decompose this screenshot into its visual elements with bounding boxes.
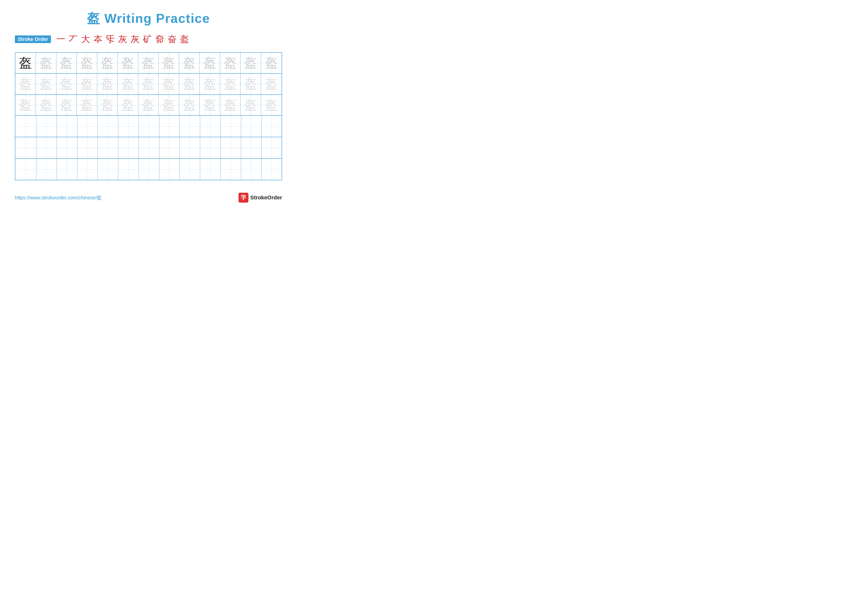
cell-4-13[interactable]	[261, 116, 282, 137]
cell-3-10[interactable]: 盔	[200, 95, 220, 115]
cell-2-9[interactable]: 盔	[179, 74, 200, 94]
grid-row-3: 盔 盔 盔 盔 盔 盔 盔 盔 盔 盔 盔 盔 盔	[16, 95, 282, 116]
char-light: 盔	[244, 56, 257, 69]
cell-5-6[interactable]	[118, 137, 139, 158]
cell-2-7[interactable]: 盔	[138, 74, 159, 94]
cell-4-2[interactable]	[36, 116, 57, 137]
cell-5-5[interactable]	[97, 137, 118, 158]
cell-4-12[interactable]	[240, 116, 262, 137]
cell-1-9[interactable]: 盔	[179, 53, 200, 73]
char-light: 盔	[183, 56, 196, 69]
cell-2-13[interactable]: 盔	[261, 74, 282, 94]
stroke-2: 丆	[69, 33, 78, 45]
cell-3-1[interactable]: 盔	[16, 95, 36, 115]
cell-3-9[interactable]: 盔	[179, 95, 200, 115]
cell-5-10[interactable]	[200, 137, 221, 158]
char-lighter: 盔	[162, 99, 175, 112]
footer-url[interactable]: https://www.strokeorder.com/chinese/盔	[15, 194, 102, 201]
cell-6-13[interactable]	[261, 159, 282, 180]
char-light: 盔	[81, 56, 93, 69]
cell-6-9[interactable]	[179, 159, 200, 180]
grid-row-4	[16, 116, 282, 137]
cell-5-11[interactable]	[220, 137, 241, 158]
cell-2-10[interactable]: 盔	[200, 74, 220, 94]
cell-4-11[interactable]	[220, 116, 241, 137]
cell-1-5[interactable]: 盔	[97, 53, 118, 73]
char-lighter: 盔	[121, 78, 134, 90]
char-lighter: 盔	[203, 78, 216, 90]
stroke-10: 奋	[168, 33, 177, 45]
cell-1-8[interactable]: 盔	[159, 53, 179, 73]
cell-1-1[interactable]: 盔	[16, 53, 36, 73]
cell-4-3[interactable]	[56, 116, 78, 137]
char-light: 盔	[265, 56, 278, 69]
cell-6-1[interactable]	[16, 159, 36, 180]
cell-5-1[interactable]	[16, 137, 36, 158]
cell-6-4[interactable]	[77, 159, 98, 180]
cell-1-4[interactable]: 盔	[77, 53, 97, 73]
cell-5-7[interactable]	[138, 137, 160, 158]
cell-1-2[interactable]: 盔	[36, 53, 56, 73]
cell-6-12[interactable]	[240, 159, 262, 180]
cell-6-6[interactable]	[118, 159, 139, 180]
char-lighter: 盔	[244, 78, 257, 90]
cell-3-12[interactable]: 盔	[240, 95, 261, 115]
cell-1-12[interactable]: 盔	[240, 53, 261, 73]
cell-5-8[interactable]	[159, 137, 180, 158]
cell-1-13[interactable]: 盔	[261, 53, 282, 73]
cell-5-13[interactable]	[261, 137, 282, 158]
cell-1-11[interactable]: 盔	[220, 53, 241, 73]
cell-2-5[interactable]: 盔	[97, 74, 118, 94]
stroke-5: 㸦	[106, 33, 115, 45]
cell-2-2[interactable]: 盔	[36, 74, 56, 94]
cell-5-2[interactable]	[36, 137, 57, 158]
char-lighter: 盔	[101, 99, 114, 112]
cell-1-7[interactable]: 盔	[138, 53, 159, 73]
cell-4-4[interactable]	[77, 116, 98, 137]
cell-3-13[interactable]: 盔	[261, 95, 282, 115]
cell-1-6[interactable]: 盔	[118, 53, 138, 73]
cell-6-10[interactable]	[200, 159, 221, 180]
cell-2-3[interactable]: 盔	[56, 74, 77, 94]
cell-2-11[interactable]: 盔	[220, 74, 241, 94]
cell-5-9[interactable]	[179, 137, 200, 158]
cell-6-2[interactable]	[36, 159, 57, 180]
stroke-9: 奅	[155, 33, 164, 45]
cell-3-3[interactable]: 盔	[56, 95, 77, 115]
cell-3-5[interactable]: 盔	[97, 95, 118, 115]
cell-5-3[interactable]	[56, 137, 78, 158]
cell-6-11[interactable]	[220, 159, 241, 180]
cell-1-10[interactable]: 盔	[200, 53, 220, 73]
cell-3-6[interactable]: 盔	[118, 95, 138, 115]
char-light: 盔	[203, 56, 216, 69]
cell-6-3[interactable]	[56, 159, 78, 180]
cell-4-6[interactable]	[118, 116, 139, 137]
cell-3-11[interactable]: 盔	[220, 95, 241, 115]
char-lighter: 盔	[142, 78, 155, 90]
cell-4-10[interactable]	[200, 116, 221, 137]
cell-4-8[interactable]	[159, 116, 180, 137]
cell-2-12[interactable]: 盔	[240, 74, 261, 94]
cell-4-1[interactable]	[16, 116, 36, 137]
strokeorder-logo-icon: 字	[239, 193, 248, 203]
cell-4-7[interactable]	[138, 116, 160, 137]
cell-5-12[interactable]	[240, 137, 262, 158]
cell-2-8[interactable]: 盔	[159, 74, 179, 94]
cell-3-4[interactable]: 盔	[77, 95, 97, 115]
cell-4-5[interactable]	[97, 116, 118, 137]
cell-4-9[interactable]	[179, 116, 200, 137]
char-lighter: 盔	[183, 78, 196, 90]
grid-row-2: 盔 盔 盔 盔 盔 盔 盔 盔 盔 盔 盔 盔 盔	[16, 74, 282, 95]
cell-2-4[interactable]: 盔	[77, 74, 97, 94]
cell-3-2[interactable]: 盔	[36, 95, 56, 115]
cell-5-4[interactable]	[77, 137, 98, 158]
char-lighter: 盔	[81, 78, 93, 90]
cell-6-8[interactable]	[159, 159, 180, 180]
cell-6-7[interactable]	[138, 159, 160, 180]
cell-2-1[interactable]: 盔	[16, 74, 36, 94]
cell-6-5[interactable]	[97, 159, 118, 180]
cell-1-3[interactable]: 盔	[56, 53, 77, 73]
cell-3-7[interactable]: 盔	[138, 95, 159, 115]
cell-2-6[interactable]: 盔	[118, 74, 138, 94]
cell-3-8[interactable]: 盔	[159, 95, 179, 115]
